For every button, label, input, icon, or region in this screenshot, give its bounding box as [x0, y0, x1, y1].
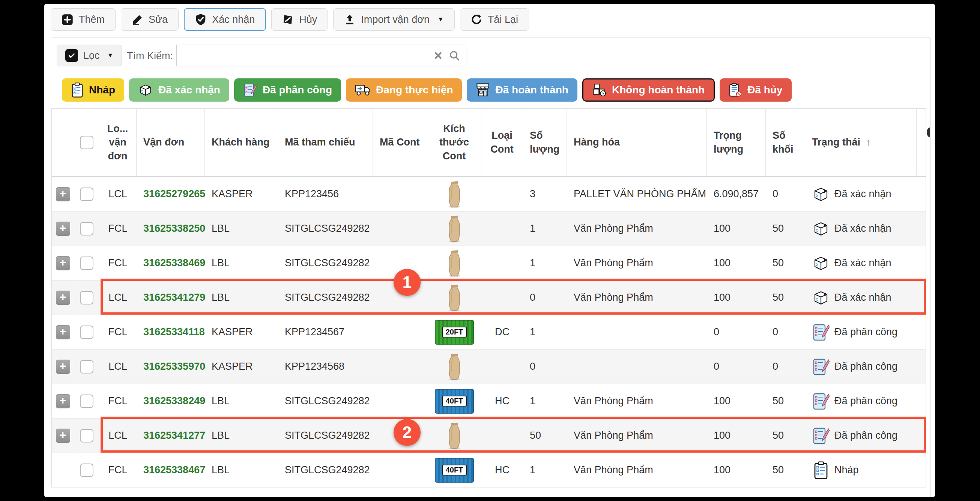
column-header-loai-van-don[interactable]: Lo... vận đơn	[99, 109, 137, 176]
row-checkbox[interactable]	[80, 360, 94, 374]
status-filter-label: Đã xác nhận	[158, 84, 220, 96]
status-filter-draft[interactable]: Nháp	[62, 78, 124, 101]
shipment-number-link[interactable]: 31625334118	[143, 326, 205, 338]
shipment-number-link[interactable]: 31625338249	[143, 395, 205, 407]
edit-button[interactable]: Sửa	[121, 8, 178, 31]
shipment-number-cell: 31625338250	[137, 211, 205, 246]
expand-row-button[interactable]	[56, 291, 70, 305]
add-button[interactable]: Thêm	[51, 8, 116, 31]
shipment-number-link[interactable]: 31625338469	[143, 257, 205, 269]
quantity-cell: 3	[523, 177, 567, 211]
column-header-van-don[interactable]: Vận đơn	[137, 109, 205, 176]
shipment-number-link[interactable]: 31625279265	[143, 188, 205, 200]
search-icon[interactable]	[449, 50, 460, 61]
clear-search-icon[interactable]	[434, 51, 443, 60]
box-confirmed-icon	[812, 289, 830, 307]
customer-cell: LBL	[205, 453, 278, 487]
column-header-ma-cont[interactable]: Mã Cont	[373, 109, 427, 176]
table-row[interactable]: LCL 31625341279 LBL SITGLCSG249282 0 Văn…	[52, 281, 926, 315]
shipment-number-link[interactable]: 31625338467	[143, 464, 205, 476]
sort-ascending-icon[interactable]: ↑	[865, 135, 871, 150]
shipment-number-link[interactable]: 31625335970	[143, 361, 205, 373]
row-checkbox[interactable]	[80, 257, 94, 270]
column-header-so-khoi[interactable]: Số khối	[766, 109, 805, 176]
column-header-ma-tham-chieu[interactable]: Mã tham chiếu	[278, 109, 373, 176]
container-size-cell: 20FT	[427, 315, 481, 349]
status-filter-in-progress[interactable]: Đang thực hiện	[346, 78, 462, 101]
expand-row-button[interactable]	[56, 222, 70, 236]
status-filter-not-completed[interactable]: Không hoàn thành	[582, 78, 715, 101]
cancel-button[interactable]: Hủy	[271, 8, 328, 31]
expand-row-button[interactable]	[56, 394, 70, 408]
expand-row-button[interactable]	[56, 429, 70, 443]
table-row[interactable]: FCL 31625334118 KASPER KPP1234567 20FT D…	[52, 315, 926, 349]
table-row[interactable]: LCL 31625335970 KASPER KPP1234568 0 0 0	[52, 349, 926, 384]
reload-button[interactable]: Tải Lại	[460, 8, 529, 31]
expand-row-button[interactable]	[56, 187, 70, 201]
shipment-number-link[interactable]: 31625338250	[143, 223, 205, 235]
container-size-icon-wrap: 40FT	[435, 389, 474, 414]
filter-toggle-button[interactable]: Lọc ▼	[57, 44, 122, 67]
status-filter-label: Đã hoàn thành	[495, 84, 568, 96]
status-filter-completed[interactable]: Đã hoàn thành	[467, 78, 577, 101]
column-header-trang-thai[interactable]: Trạng thái ↑	[805, 109, 916, 176]
expand-row-button[interactable]	[56, 256, 70, 270]
table-row[interactable]: FCL 31625338467 LBL SITGLCSG249282 40FT …	[52, 453, 926, 487]
confirm-button[interactable]: Xác nhận	[184, 8, 266, 31]
column-header-hang-hoa[interactable]: Hàng hóa	[567, 109, 707, 176]
clipped-extra-cell	[916, 349, 930, 384]
search-input[interactable]	[177, 45, 434, 66]
select-all-checkbox[interactable]	[80, 136, 94, 149]
row-checkbox[interactable]	[80, 187, 94, 201]
row-checkbox[interactable]	[80, 463, 94, 477]
status-icon-wrap	[812, 358, 830, 376]
status-label: Đã phân công	[834, 326, 897, 338]
quantity-cell: 1	[523, 315, 567, 349]
shipment-type-cell: FCL	[99, 384, 137, 418]
expand-cell	[52, 246, 74, 280]
container-size-label: 40FT	[442, 465, 467, 476]
status-filter-label: Nháp	[89, 84, 115, 96]
container-size-icon-wrap	[446, 249, 463, 277]
column-header-kich-thuoc-cont[interactable]: Kích thước Cont	[427, 109, 481, 176]
bag-icon	[446, 422, 463, 450]
shipment-type-cell: FCL	[99, 315, 137, 349]
container-code-cell	[373, 211, 427, 246]
expand-row-button[interactable]	[56, 325, 70, 339]
status-filter-cancelled[interactable]: Đã hủy	[720, 78, 791, 101]
goods-cell: Văn Phòng Phẩm	[567, 246, 707, 280]
column-header-loai-cont[interactable]: Loại Cont	[481, 109, 523, 176]
container-size-icon-wrap: 20FT	[435, 320, 474, 345]
container-size-icon-wrap	[446, 215, 463, 243]
table-row[interactable]: FCL 31625338469 LBL SITGLCSG249282 1 Văn…	[52, 246, 926, 281]
row-checkbox[interactable]	[80, 395, 94, 408]
shipment-number-link[interactable]: 31625341279	[143, 292, 205, 303]
shipment-type-cell: LCL	[99, 177, 137, 211]
row-checkbox[interactable]	[80, 325, 94, 339]
column-header-khach-hang[interactable]: Khách hàng	[205, 109, 278, 176]
status-filter-confirmed[interactable]: Đã xác nhận	[129, 78, 229, 101]
column-header-trong-luong[interactable]: Trọng lượng	[707, 109, 766, 176]
import-shipments-button[interactable]: Import vận đơn ▼	[333, 8, 455, 31]
status-filter-assigned[interactable]: Đã phân công	[234, 78, 341, 101]
table-row[interactable]: LCL 31625341277 LBL SITGLCSG249282 50 Vă…	[52, 419, 926, 453]
table-row[interactable]: FCL 31625338249 LBL SITGLCSG249282 40FT …	[52, 384, 926, 419]
reference-code-cell: SITGLCSG249282	[278, 281, 373, 315]
quantity-cell: 50	[523, 419, 567, 453]
shipment-number-link[interactable]: 31625341277	[143, 430, 205, 441]
expand-row-button[interactable]	[56, 360, 70, 374]
clipped-extra-cell	[916, 246, 930, 280]
goods-cell: Văn Phòng Phẩm	[567, 281, 707, 315]
table-row[interactable]: LCL 31625279265 KASPER KPP123456 3 PALLE…	[52, 177, 926, 211]
row-checkbox[interactable]	[80, 429, 94, 442]
row-checkbox[interactable]	[80, 291, 94, 304]
clipboard-pencil-icon	[812, 323, 830, 341]
status-label: Nháp	[834, 464, 859, 476]
table-row[interactable]: FCL 31625338250 LBL SITGLCSG249282 1 Văn…	[52, 211, 926, 246]
row-checkbox[interactable]	[80, 222, 94, 236]
goods-cell	[567, 349, 707, 384]
shipment-number-cell: 31625338469	[137, 246, 205, 280]
column-header-so-luong[interactable]: Số lượng	[523, 109, 567, 176]
shipment-type-cell: LCL	[99, 349, 137, 384]
volume-cell: 50	[766, 211, 805, 246]
